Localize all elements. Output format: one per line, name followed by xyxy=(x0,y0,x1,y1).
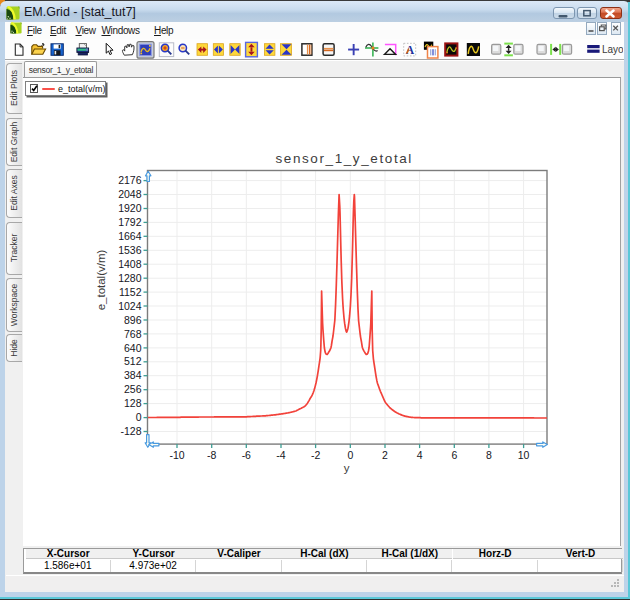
svg-text:4: 4 xyxy=(417,449,423,461)
svg-text:1024: 1024 xyxy=(118,299,142,311)
svg-text:1536: 1536 xyxy=(118,243,142,255)
svg-text:-4: -4 xyxy=(276,449,285,461)
svg-text:384: 384 xyxy=(124,369,142,381)
svg-text:256: 256 xyxy=(124,383,142,395)
svg-text:2: 2 xyxy=(382,449,388,461)
svg-text:-6: -6 xyxy=(242,449,251,461)
svg-text:1920: 1920 xyxy=(118,202,142,214)
svg-text:768: 768 xyxy=(124,327,142,339)
svg-text:Layout: Layout xyxy=(602,44,623,55)
svg-text:1408: 1408 xyxy=(118,257,142,269)
svg-text:1664: 1664 xyxy=(118,229,142,241)
svg-text:640: 640 xyxy=(124,341,142,353)
svg-text:8: 8 xyxy=(486,449,492,461)
svg-text:6: 6 xyxy=(451,449,457,461)
svg-text:-8: -8 xyxy=(207,449,216,461)
svg-text:2176: 2176 xyxy=(118,174,142,186)
svg-text:sensor_1_y_etotal: sensor_1_y_etotal xyxy=(275,150,413,165)
svg-text:y: y xyxy=(344,461,350,473)
svg-text:A: A xyxy=(406,44,415,56)
svg-text:896: 896 xyxy=(124,313,142,325)
svg-text:512: 512 xyxy=(124,355,142,367)
svg-text:e_total(v/m): e_total(v/m) xyxy=(95,249,107,310)
svg-text:-10: -10 xyxy=(169,449,184,461)
svg-text:-2: -2 xyxy=(311,449,320,461)
svg-text:0: 0 xyxy=(347,449,353,461)
svg-text:1152: 1152 xyxy=(119,285,142,297)
svg-text:10: 10 xyxy=(518,449,530,461)
svg-text:-128: -128 xyxy=(120,425,141,437)
svg-text:0: 0 xyxy=(136,411,142,423)
svg-text:2048: 2048 xyxy=(118,188,142,200)
svg-text:1792: 1792 xyxy=(118,216,142,228)
svg-text:1280: 1280 xyxy=(118,271,142,283)
svg-text:128: 128 xyxy=(124,397,142,409)
